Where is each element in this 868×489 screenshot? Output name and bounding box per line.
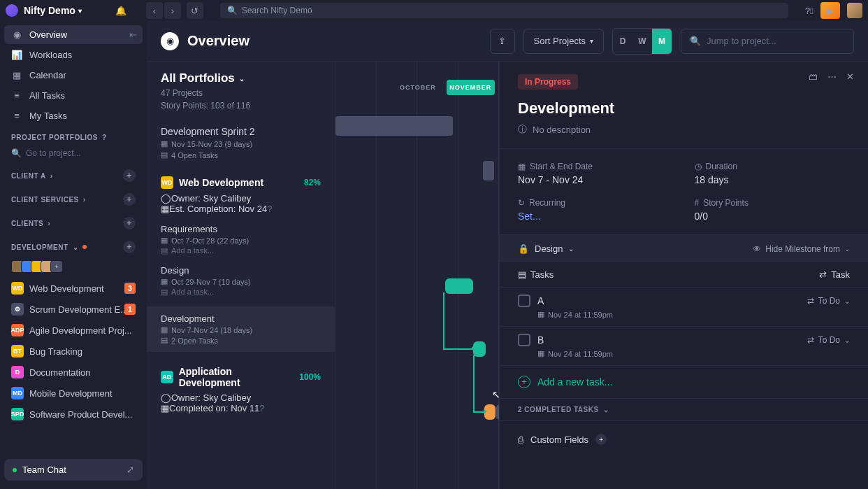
project-badge: D bbox=[11, 366, 24, 378]
info-icon[interactable]: ? bbox=[267, 204, 272, 214]
sort-projects-button[interactable]: Sort Projects ▾ bbox=[523, 29, 604, 54]
sidebar-item-all-tasks[interactable]: ≡ All Tasks bbox=[4, 86, 143, 105]
detail-title[interactable]: Development bbox=[500, 90, 868, 120]
project-mobile-dev[interactable]: MD Mobile Development bbox=[4, 383, 143, 403]
forward-button[interactable]: › bbox=[164, 2, 181, 19]
share-button[interactable]: ⇪ bbox=[490, 29, 515, 54]
task-row[interactable]: B ⇄ To Do ⌄ ▦Nov 24 at 11:59pm bbox=[500, 327, 868, 366]
project-web-development[interactable]: WD Web Development 3 bbox=[4, 278, 143, 298]
project-owner: Owner: Sky Calibey bbox=[171, 392, 251, 403]
calendar-icon: ▦ bbox=[161, 325, 168, 334]
add-project-button[interactable]: + bbox=[123, 241, 136, 253]
section-client-a[interactable]: CLIENT A bbox=[11, 172, 46, 180]
project-software-product[interactable]: SPD Software Product Devel... bbox=[4, 404, 143, 424]
task-status-dropdown[interactable]: ⇄ To Do ⌄ bbox=[807, 335, 850, 345]
sidebar-item-my-tasks[interactable]: ≡ My Tasks bbox=[4, 106, 143, 125]
milestone-development[interactable]: Development ▦Nov 7-Nov 24 (18 days) ▤2 O… bbox=[147, 306, 335, 352]
close-icon[interactable]: ✕ bbox=[846, 71, 854, 82]
list-icon: ▤ bbox=[161, 246, 168, 255]
section-client-services[interactable]: CLIENT SERVICES bbox=[11, 196, 79, 204]
chevron-right-icon: › bbox=[48, 220, 50, 227]
detail-description[interactable]: No description bbox=[533, 125, 591, 135]
help-icon[interactable]: ? bbox=[102, 134, 107, 141]
collapse-sidebar-icon[interactable]: ⇤ bbox=[129, 29, 137, 40]
chevron-down-icon[interactable]: ⌄ bbox=[568, 245, 574, 253]
task-due: Nov 24 at 11:59pm bbox=[548, 350, 613, 358]
view-mode-month[interactable]: M bbox=[652, 29, 672, 54]
gantt-timeline[interactable]: OCTOBER NOVEMBER bbox=[335, 62, 499, 489]
eye-icon: 👁 bbox=[753, 244, 761, 254]
swap-icon: ⇄ bbox=[807, 296, 814, 306]
back-button[interactable]: ‹ bbox=[146, 2, 163, 19]
task-row[interactable]: A ⇄ To Do ⌄ ▦Nov 24 at 11:59pm bbox=[500, 288, 868, 327]
add-task-link[interactable]: Add a task... bbox=[171, 288, 214, 297]
calendar-icon: ▦ bbox=[161, 403, 169, 413]
upgrade-button[interactable]: ▶ bbox=[820, 2, 840, 19]
task-status-dropdown[interactable]: ⇄ To Do ⌄ bbox=[807, 296, 850, 306]
app-logo[interactable] bbox=[6, 4, 18, 17]
sprint-card[interactable]: Development Sprint 2 ▦Nov 15-Nov 23 (9 d… bbox=[161, 120, 321, 165]
gantt-bar-requirements[interactable] bbox=[445, 278, 473, 294]
project-search[interactable]: 🔍 Go to project... bbox=[4, 146, 143, 161]
start-end-date[interactable]: Nov 7 - Nov 24 bbox=[518, 174, 674, 185]
task-checkbox[interactable] bbox=[518, 295, 530, 307]
member-avatars[interactable]: + bbox=[4, 257, 143, 277]
hide-milestone-toggle[interactable]: 👁 Hide Milestone from ⌄ bbox=[753, 244, 850, 254]
view-mode-week[interactable]: W bbox=[632, 29, 652, 54]
tasks-icon: ▤ bbox=[518, 269, 526, 280]
status-badge[interactable]: In Progress bbox=[518, 74, 578, 90]
add-task-button[interactable]: ⇄Task bbox=[819, 269, 850, 280]
recurring-icon: ↻ bbox=[518, 198, 525, 208]
gantt-bar-sprint[interactable] bbox=[483, 161, 494, 180]
milestone-requirements[interactable]: Requirements ▦Oct 7-Oct 28 (22 days) ▤Ad… bbox=[161, 224, 321, 255]
help-icon[interactable]: ?⃝ bbox=[805, 6, 813, 16]
user-icon: ◯ bbox=[161, 392, 171, 403]
story-points-value[interactable]: 0/0 bbox=[695, 211, 851, 222]
add-project-button[interactable]: + bbox=[123, 217, 136, 229]
view-mode-day[interactable]: D bbox=[613, 29, 632, 54]
sidebar-item-label: My Tasks bbox=[29, 111, 67, 121]
bell-icon[interactable]: 🔔 bbox=[115, 6, 126, 16]
global-search[interactable]: 🔍 Search Nifty Demo bbox=[220, 3, 788, 18]
add-new-task-button[interactable]: + Add a new task... bbox=[500, 366, 868, 398]
project-agile[interactable]: ADP Agile Development Proj... bbox=[4, 320, 143, 340]
online-dot bbox=[13, 468, 17, 472]
add-project-button[interactable]: + bbox=[123, 169, 136, 182]
archive-icon[interactable]: 🗃 bbox=[809, 71, 818, 82]
section-name[interactable]: Design bbox=[535, 243, 563, 254]
project-documentation[interactable]: D Documentation bbox=[4, 362, 143, 382]
add-custom-field-button[interactable]: + bbox=[595, 434, 607, 445]
info-icon[interactable]: ? bbox=[259, 403, 264, 413]
add-task-link[interactable]: Add a task... bbox=[171, 246, 214, 255]
section-development[interactable]: DEVELOPMENT bbox=[11, 243, 68, 251]
workspace-switcher[interactable]: Nifty Demo ▾ bbox=[24, 5, 82, 16]
completed-tasks-toggle[interactable]: 2 COMPLETED TASKS ⌄ bbox=[500, 398, 868, 421]
task-checkbox[interactable] bbox=[518, 334, 530, 346]
connector bbox=[473, 355, 475, 413]
expand-icon[interactable]: ⤢ bbox=[126, 465, 134, 475]
section-clients[interactable]: CLIENTS bbox=[11, 220, 43, 227]
add-project-button[interactable]: + bbox=[123, 193, 136, 206]
project-bug-tracking[interactable]: BT Bug Tracking bbox=[4, 341, 143, 361]
history-button[interactable]: ↺ bbox=[187, 2, 203, 19]
chevron-down-icon: ⌄ bbox=[603, 406, 609, 413]
more-icon[interactable]: ⋯ bbox=[827, 71, 837, 82]
gantt-bar-progress[interactable] bbox=[335, 116, 453, 136]
sidebar-item-workloads[interactable]: 📊 Workloads bbox=[4, 45, 143, 64]
project-header-app-dev[interactable]: AD Application Development 100% bbox=[161, 366, 321, 388]
project-scrum[interactable]: ⚙ Scrum Development E... 1 bbox=[4, 299, 143, 319]
sidebar-item-overview[interactable]: ◉ Overview ⇤ bbox=[4, 25, 143, 44]
task-name: A bbox=[537, 295, 544, 306]
team-chat-button[interactable]: Team Chat ⤢ bbox=[4, 459, 143, 481]
completed-tasks-label: 2 COMPLETED TASKS bbox=[518, 406, 599, 413]
portfolios-header: PROJECT PORTFOLIOS bbox=[11, 134, 98, 141]
jump-to-project-input[interactable]: 🔍 Jump to project... bbox=[681, 29, 854, 54]
recurring-set-link[interactable]: Set... bbox=[518, 211, 674, 222]
sidebar-item-calendar[interactable]: ▦ Calendar bbox=[4, 66, 143, 85]
project-name: Web Development bbox=[179, 177, 263, 188]
milestone-design[interactable]: Design ▦Oct 29-Nov 7 (10 days) ▤Add a ta… bbox=[161, 265, 321, 297]
portfolio-selector[interactable]: All Portfolios ⌄ bbox=[161, 71, 321, 85]
milestone-date: Nov 7-Nov 24 (18 days) bbox=[171, 326, 252, 334]
user-avatar[interactable] bbox=[847, 3, 862, 18]
project-header-web-dev[interactable]: WD Web Development 82% bbox=[161, 176, 321, 189]
